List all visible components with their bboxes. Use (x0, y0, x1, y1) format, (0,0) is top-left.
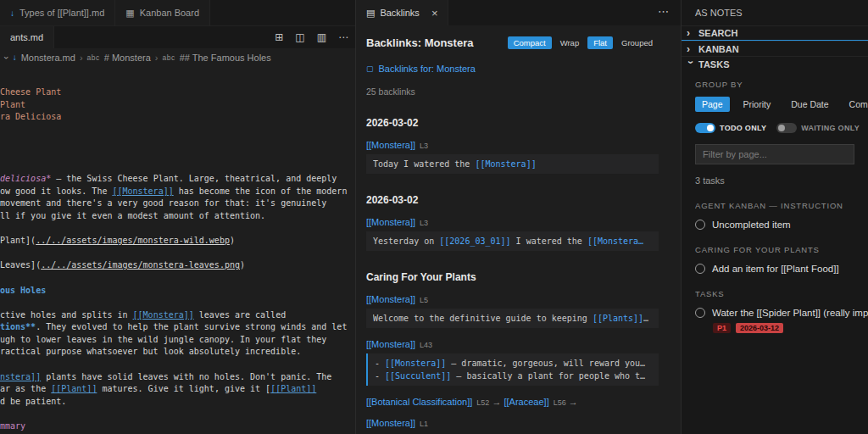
backlinks-for-link[interactable]: ▢ Backlinks for: Monstera (366, 64, 659, 74)
sidebar-section-kanban[interactable]: › KANBAN (682, 41, 868, 56)
chevron-down-icon[interactable]: › (2, 56, 12, 59)
backlink-group-header: 2026-03-02 (366, 194, 659, 206)
breadcrumb-heading-1[interactable]: # Monstera (104, 53, 151, 63)
sidebar-section-search[interactable]: › SEARCH (682, 25, 868, 41)
editor-line: tions**. They evolved to help the plant … (0, 321, 355, 334)
backlink-item[interactable]: [[Monstera]]L3 (366, 217, 659, 227)
code-text: ous Holes (0, 286, 46, 295)
editor-tab[interactable]: ▦Kanban Board (115, 0, 210, 25)
editor-content[interactable]: Cheese PlantPlantra Deliciosa deliciosa*… (0, 66, 355, 434)
backlink-item[interactable]: [[Monstera]]L3 (366, 140, 659, 150)
code-text: - (375, 371, 385, 381)
section-label: TASKS (698, 59, 729, 70)
wiki-link[interactable]: [[Plant]] (51, 384, 97, 393)
toggle-todo-only[interactable]: TODO ONLY (695, 123, 766, 133)
task-item[interactable]: Uncompleted item (695, 220, 868, 230)
line-number: L3 (420, 142, 428, 150)
toggle-knob (778, 125, 785, 131)
task-checkbox[interactable] (695, 220, 705, 230)
backlink-item[interactable]: [[Monstera]]L1 (366, 418, 659, 428)
wiki-link[interactable]: [[Monstera]] (475, 159, 536, 169)
editor-tab-active[interactable]: ants.md (0, 26, 54, 48)
more-actions-icon[interactable]: ⋯ (338, 31, 348, 43)
wiki-link[interactable]: nstera]] (0, 372, 41, 381)
code-snippet[interactable]: Yesterday on [[2026_03_01]] I watered th… (366, 231, 659, 251)
code-text: I watered the (511, 236, 587, 246)
layout-grid-icon[interactable]: ⊞ (275, 31, 283, 43)
code-line: - [[Succulent]] — basically a plant for … (375, 370, 652, 382)
backlink-item[interactable]: [[Monstera]]L43 (366, 339, 659, 349)
task-item[interactable]: Add an item for [[Plant Food]] (695, 264, 868, 274)
task-checkbox[interactable] (695, 308, 705, 318)
breadcrumb-file[interactable]: Monstera.md (21, 53, 75, 63)
code-text: Welcome to the definitive guide to keepi… (373, 314, 593, 323)
editor-line: ractical purpose whatsoever but look abs… (0, 346, 355, 359)
editor-line (0, 297, 355, 309)
view-button-compact[interactable]: Compact (508, 36, 552, 49)
wiki-link[interactable]: [[Monstera]] (366, 294, 415, 304)
code-text: ugh to lower leaves in the wild jungle c… (0, 335, 326, 344)
group-by-completion-date[interactable]: Completion Date (843, 97, 868, 112)
view-toggle-group: CompactWrapFlatGrouped (505, 36, 659, 49)
view-button-wrap[interactable]: Wrap (554, 36, 586, 49)
backlinks-body: Backlinks: Monstera CompactWrapFlatGroup… (356, 25, 681, 434)
backlink-item[interactable]: [[Monstera]]L5 (366, 294, 659, 304)
code-snippet[interactable]: Welcome to the definitive guide to keepi… (366, 309, 659, 328)
line-number: L43 (420, 341, 432, 349)
editor-line (0, 136, 355, 148)
wiki-link[interactable]: [[Succulent]] (385, 371, 451, 381)
toggle-waiting-only[interactable]: WAITING ONLY (776, 123, 860, 133)
chevron-right-icon: › (687, 27, 694, 39)
tasks-section-body: GROUP BY PagePriorityDue DateCompletion … (682, 71, 868, 434)
wiki-link[interactable]: [[Monstera]] (366, 339, 415, 349)
view-button-flat[interactable]: Flat (587, 36, 613, 49)
task-label: Water the [[Spider Plant]] (really impor… (712, 308, 868, 318)
toggle-panel-icon[interactable]: ▥ (317, 31, 326, 43)
more-actions-icon[interactable]: ⋯ (658, 5, 669, 18)
breadcrumb-heading-2[interactable]: ## The Famous Holes (180, 53, 271, 63)
editor-tab[interactable]: ↓Types of [[Plant]].md (0, 0, 115, 25)
filter-toggles: TODO ONLYWAITING ONLY (695, 123, 868, 133)
sidebar-section-tasks[interactable]: › TASKS (682, 56, 868, 71)
wiki-link[interactable]: [[Araceae]] (504, 397, 549, 407)
editor-line: deliciosa* — the Swiss Cheese Plant. Lar… (0, 173, 355, 186)
wiki-link[interactable]: [[Monstera]] (112, 186, 173, 196)
close-icon[interactable]: × (431, 7, 438, 19)
wiki-link[interactable]: [[Monstera]] (366, 418, 415, 428)
backlink-item[interactable]: [[Botanical Classification]]L52 → [[Arac… (366, 397, 659, 407)
task-item[interactable]: Water the [[Spider Plant]] (really impor… (695, 308, 868, 318)
wiki-link[interactable]: [[2026_03_01]] (439, 236, 510, 246)
wiki-link[interactable]: [[Plant]] (270, 384, 316, 393)
tab-label: ants.md (10, 32, 43, 42)
group-by-page[interactable]: Page (695, 97, 730, 112)
notes-sidebar: AS NOTES › SEARCH › KANBAN › TASKS GROUP… (682, 0, 868, 434)
symbol-string-icon: abc (162, 53, 175, 62)
code-text: ../../assets/images/monstera-wild.webp (36, 236, 230, 245)
chevron-down-icon: › (685, 60, 697, 68)
filter-input[interactable] (695, 144, 854, 164)
wiki-link[interactable]: [[Plants]] (593, 314, 643, 323)
wiki-link[interactable]: [[Monstera]] (385, 359, 446, 368)
editor-line: Cheese Plant (0, 86, 355, 99)
wiki-link[interactable]: [[Monstera]] (366, 140, 415, 150)
sidebar-title: AS NOTES (682, 0, 868, 25)
group-by-priority[interactable]: Priority (737, 97, 778, 112)
wiki-link[interactable]: [[Monstera… (587, 236, 643, 246)
code-text: ar as the (0, 384, 51, 393)
view-button-grouped[interactable]: Grouped (615, 36, 659, 49)
editor-line: ll if you give it even a modest amount o… (0, 210, 355, 223)
toggle-switch[interactable] (695, 123, 715, 133)
wiki-link[interactable]: [[Botanical Classification]] (366, 397, 472, 407)
task-checkbox[interactable] (695, 264, 705, 274)
group-by-due-date[interactable]: Due Date (784, 97, 835, 112)
code-snippet[interactable]: Today I watered the [[Monstera]] (366, 154, 659, 174)
code-text: Leaves]( (0, 260, 41, 270)
backlinks-list: 2026-03-02[[Monstera]]L3Today I watered … (366, 117, 659, 428)
breadcrumb[interactable]: › ↓ Monstera.md › abc # Monstera › abc #… (0, 48, 355, 66)
tab-backlinks[interactable]: ▤ Backlinks × (356, 0, 448, 25)
wiki-link[interactable]: [[Monstera]] (366, 217, 415, 227)
split-editor-icon[interactable]: ◫ (295, 31, 304, 43)
toggle-switch[interactable] (776, 123, 797, 133)
wiki-link[interactable]: [[Monstera]] (133, 310, 194, 320)
code-snippet[interactable]: - [[Monstera]] — dramatic, gorgeous, wil… (366, 353, 659, 386)
